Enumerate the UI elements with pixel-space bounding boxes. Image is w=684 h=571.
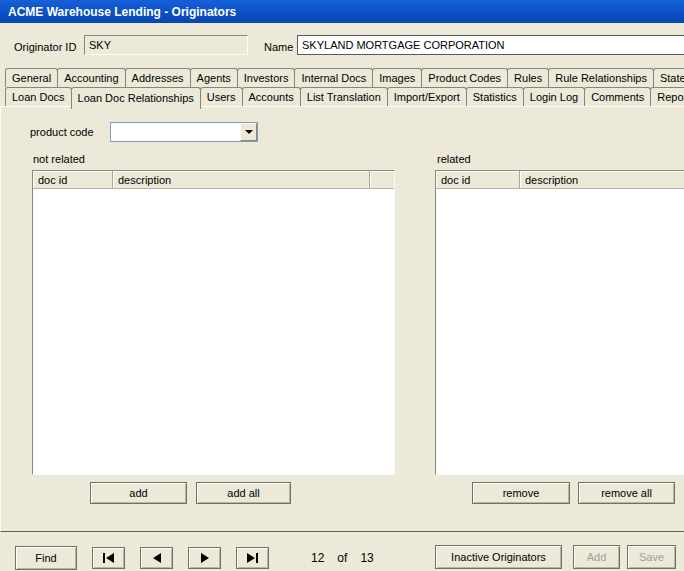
dropdown-arrow-icon: [245, 130, 253, 134]
first-record-button[interactable]: [92, 547, 125, 569]
tab-users[interactable]: Users: [200, 87, 243, 106]
last-record-button[interactable]: [236, 547, 269, 569]
originator-id-label: Originator ID: [14, 41, 76, 53]
column-header-blank: [370, 171, 394, 188]
tab-list-translation[interactable]: List Translation: [300, 87, 388, 106]
name-value: SKYLAND MORTGAGE CORPORATION: [302, 39, 505, 51]
related-list-header: doc id description: [436, 171, 684, 189]
previous-record-button[interactable]: [140, 547, 173, 569]
tab-row-1: General Accounting Addresses Agents Inve…: [5, 68, 684, 87]
record-of-label: of: [337, 551, 347, 565]
find-button[interactable]: Find: [15, 546, 77, 570]
originator-id-value: SKY: [89, 39, 111, 51]
product-code-label: product code: [30, 126, 94, 138]
column-header-doc-id[interactable]: doc id: [436, 171, 520, 188]
add-button[interactable]: add: [90, 482, 187, 504]
record-total: 13: [360, 551, 373, 565]
tab-row-2: Loan Docs Loan Doc Relationships Users A…: [5, 87, 684, 106]
product-code-dropdown-button[interactable]: [240, 123, 257, 141]
related-list-body[interactable]: [436, 189, 684, 474]
product-code-value[interactable]: [111, 123, 240, 141]
not-related-list-body[interactable]: [33, 189, 394, 474]
tab-comments[interactable]: Comments: [584, 87, 651, 106]
tab-loan-docs[interactable]: Loan Docs: [5, 87, 72, 106]
tab-statistics[interactable]: Statistics: [466, 87, 524, 106]
not-related-list[interactable]: doc id description: [32, 170, 395, 475]
add-all-button[interactable]: add all: [196, 482, 291, 504]
tab-general[interactable]: General: [5, 68, 58, 87]
tab-reports[interactable]: Reports: [650, 87, 684, 106]
next-record-icon: [201, 553, 209, 563]
not-related-label: not related: [33, 153, 85, 165]
related-label: related: [437, 153, 471, 165]
related-list[interactable]: doc id description: [435, 170, 684, 475]
tab-addresses[interactable]: Addresses: [125, 68, 191, 87]
save-record-button[interactable]: Save: [627, 545, 676, 569]
not-related-list-header: doc id description: [33, 171, 394, 189]
tab-internal-docs[interactable]: Internal Docs: [294, 68, 373, 87]
window-title: ACME Warehouse Lending - Originators: [8, 5, 236, 19]
tab-state-licenses[interactable]: State Lice: [653, 68, 684, 87]
record-position: 12: [311, 551, 324, 565]
add-record-button[interactable]: Add: [573, 545, 620, 569]
name-label: Name: [264, 41, 293, 53]
column-header-description[interactable]: description: [113, 171, 370, 188]
tab-agents[interactable]: Agents: [190, 68, 238, 87]
tab-loan-doc-relationships[interactable]: Loan Doc Relationships: [71, 87, 201, 109]
column-header-description[interactable]: description: [520, 171, 684, 188]
product-code-combobox[interactable]: [110, 122, 258, 142]
last-record-icon: [247, 553, 258, 563]
tab-images[interactable]: Images: [372, 68, 422, 87]
previous-record-icon: [153, 553, 161, 563]
tab-rules[interactable]: Rules: [507, 68, 549, 87]
tab-investors[interactable]: Investors: [237, 68, 296, 87]
tab-accounting[interactable]: Accounting: [57, 68, 125, 87]
remove-button[interactable]: remove: [472, 482, 570, 504]
tab-accounts[interactable]: Accounts: [242, 87, 301, 106]
tab-product-codes[interactable]: Product Codes: [421, 68, 508, 87]
next-record-button[interactable]: [188, 547, 221, 569]
tab-import-export[interactable]: Import/Export: [387, 87, 467, 106]
first-record-icon: [103, 553, 114, 563]
window-titlebar[interactable]: ACME Warehouse Lending - Originators: [0, 0, 684, 23]
inactive-originators-button[interactable]: Inactive Originators: [435, 545, 562, 569]
tab-login-log[interactable]: Login Log: [523, 87, 585, 106]
column-header-doc-id[interactable]: doc id: [33, 171, 113, 188]
tab-rule-relationships[interactable]: Rule Relationships: [548, 68, 654, 87]
record-counter: 12 of 13: [311, 551, 374, 565]
name-field[interactable]: SKYLAND MORTGAGE CORPORATION: [297, 35, 684, 55]
remove-all-button[interactable]: remove all: [578, 482, 675, 504]
originator-id-field[interactable]: SKY: [84, 35, 248, 55]
